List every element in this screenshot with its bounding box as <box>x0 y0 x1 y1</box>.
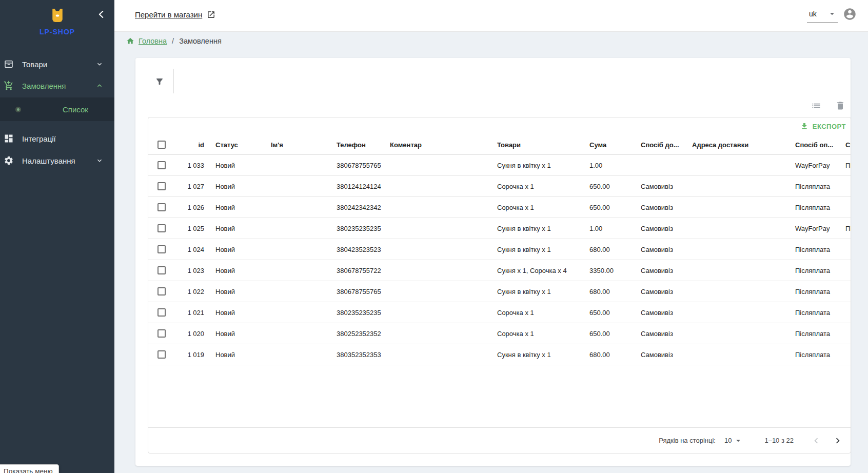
cell-sum: 1.00 <box>581 155 633 176</box>
cell-delivery: Самовивіз <box>633 218 684 239</box>
cell-status: Новий <box>207 344 263 365</box>
user-avatar[interactable] <box>843 7 857 21</box>
table-row[interactable]: 1 020 Новий 380252352352 Сорочка x 1 650… <box>148 323 851 344</box>
cell-address <box>684 281 787 302</box>
cell-address <box>684 197 787 218</box>
cell-comment <box>382 344 489 365</box>
cell-status: Новий <box>207 302 263 323</box>
cell-delivery: Самовивіз <box>633 260 684 281</box>
column-header-payment[interactable]: Спосіб оп... <box>787 135 837 155</box>
table-row[interactable]: 1 033 Новий 380678755765 Сукня в квітку … <box>148 155 851 176</box>
table-row[interactable]: 1 024 Новий 380423523523 Сукня в квітку … <box>148 239 851 260</box>
go-to-store-link[interactable]: Перейти в магазин <box>135 10 215 19</box>
cell-delivery: Самовивіз <box>633 197 684 218</box>
breadcrumb-home-link[interactable]: Головна <box>139 37 167 45</box>
cell-status: Новий <box>207 155 263 176</box>
cell-delivery <box>633 155 684 176</box>
cell-delivery: Самовивіз <box>633 344 684 365</box>
cell-goods: Сорочка x 1 <box>489 197 581 218</box>
table-row[interactable]: 1 019 Новий 380352352353 Сукня в квітку … <box>148 344 851 365</box>
next-page-button[interactable] <box>832 435 843 446</box>
cell-sum: 680.00 <box>581 281 633 302</box>
row-checkbox[interactable] <box>157 287 166 295</box>
table-row[interactable]: 1 021 Новий 380235235235 Сорочка x 1 650… <box>148 302 851 323</box>
cell-sum: 650.00 <box>581 323 633 344</box>
cell-phone: 380423523523 <box>328 239 382 260</box>
sidebar-item-integrations[interactable]: Інтеграції <box>0 128 114 149</box>
cell-id: 1 026 <box>167 197 207 218</box>
cell-status: Новий <box>207 239 263 260</box>
export-button[interactable]: ЕКСПОРТ <box>800 122 846 130</box>
cell-id: 1 021 <box>167 302 207 323</box>
row-checkbox[interactable] <box>157 245 166 253</box>
cell-goods: Сукня в квітку x 1 <box>489 239 581 260</box>
table-row[interactable]: 1 023 Новий 380678755722 Сукня x 1, Соро… <box>148 260 851 281</box>
row-checkbox[interactable] <box>157 224 166 232</box>
cell-id: 1 033 <box>167 155 207 176</box>
add-cart-icon <box>4 81 14 91</box>
previous-page-button <box>811 435 822 446</box>
column-header-name[interactable]: Ім'я <box>263 135 328 155</box>
column-header-id[interactable]: id <box>167 135 207 155</box>
row-checkbox[interactable] <box>157 266 166 274</box>
cell-comment <box>382 197 489 218</box>
breadcrumb-current: Замовлення <box>179 37 222 45</box>
table-toolbar: ЕКСПОРТ <box>148 117 851 135</box>
column-header-status[interactable]: Статус <box>207 135 263 155</box>
sidebar: LP-SHOP Товари Замовлення <box>0 0 114 473</box>
cell-name <box>263 239 328 260</box>
cell-address <box>684 344 787 365</box>
cell-delivery: Самовивіз <box>633 176 684 197</box>
cell-delivery: Самовивіз <box>633 239 684 260</box>
cell-delivery: Самовивіз <box>633 323 684 344</box>
cell-payment: Післяплата <box>787 260 837 281</box>
sidebar-item-label: Інтеграції <box>22 134 56 143</box>
rows-per-page-value: 10 <box>724 437 732 444</box>
account-circle-icon <box>843 7 857 21</box>
sidebar-item-orders-list[interactable]: Список <box>0 97 114 121</box>
pagination-bar: Рядків на сторінці: 10 1–10 з 22 <box>148 427 851 453</box>
table-row[interactable]: 1 027 Новий 380124124124 Сорочка x 1 650… <box>148 176 851 197</box>
column-header-delivery[interactable]: Спосіб до... <box>633 135 684 155</box>
row-checkbox[interactable] <box>157 350 166 359</box>
cell-id: 1 020 <box>167 323 207 344</box>
row-checkbox[interactable] <box>157 161 166 169</box>
cell-comment <box>382 323 489 344</box>
column-header-goods[interactable]: Товари <box>489 135 581 155</box>
cell-id: 1 023 <box>167 260 207 281</box>
cell-address <box>684 155 787 176</box>
table-row[interactable]: 1 026 Новий 380242342342 Сорочка x 1 650… <box>148 197 851 218</box>
select-all-checkbox[interactable] <box>157 141 166 149</box>
sidebar-item-orders[interactable]: Замовлення <box>0 75 114 96</box>
cell-address <box>684 260 787 281</box>
rows-per-page-select[interactable]: 10 <box>724 436 743 445</box>
row-checkbox[interactable] <box>157 203 166 211</box>
column-header-address[interactable]: Адреса доставки <box>684 135 787 155</box>
sidebar-item-settings[interactable]: Налаштування <box>0 150 114 171</box>
row-checkbox[interactable] <box>157 329 166 338</box>
language-select[interactable]: uk <box>807 8 838 23</box>
column-list-button[interactable] <box>811 101 821 111</box>
sidebar-collapse-button[interactable] <box>96 9 107 20</box>
column-header-phone[interactable]: Телефон <box>328 135 382 155</box>
widgets-icon <box>4 133 14 144</box>
delete-button[interactable] <box>835 101 845 111</box>
orders-table-card: ЕКСПОРТ id Статус Ім'я Телефон К <box>148 117 851 454</box>
cell-payment: Післяплата <box>787 176 837 197</box>
cell-payment-status <box>837 176 851 197</box>
sidebar-item-products[interactable]: Товари <box>0 53 114 75</box>
table-row[interactable]: 1 025 Новий 380235235235 Сукня в квітку … <box>148 218 851 239</box>
cell-address <box>684 218 787 239</box>
cell-phone: 380124124124 <box>328 176 382 197</box>
rows-per-page-label: Рядків на сторінці: <box>659 437 716 444</box>
table-row[interactable]: 1 022 Новий 380678755765 Сукня в квітку … <box>148 281 851 302</box>
cell-id: 1 022 <box>167 281 207 302</box>
chevron-down-icon <box>95 60 104 68</box>
column-header-sum[interactable]: Сума <box>581 135 633 155</box>
column-header-comment[interactable]: Коментар <box>382 135 489 155</box>
chevron-right-icon <box>832 435 843 446</box>
row-checkbox[interactable] <box>157 182 166 190</box>
filter-button[interactable] <box>155 77 164 86</box>
column-header-payment-status[interactable]: Ст <box>837 135 851 155</box>
row-checkbox[interactable] <box>157 308 166 317</box>
